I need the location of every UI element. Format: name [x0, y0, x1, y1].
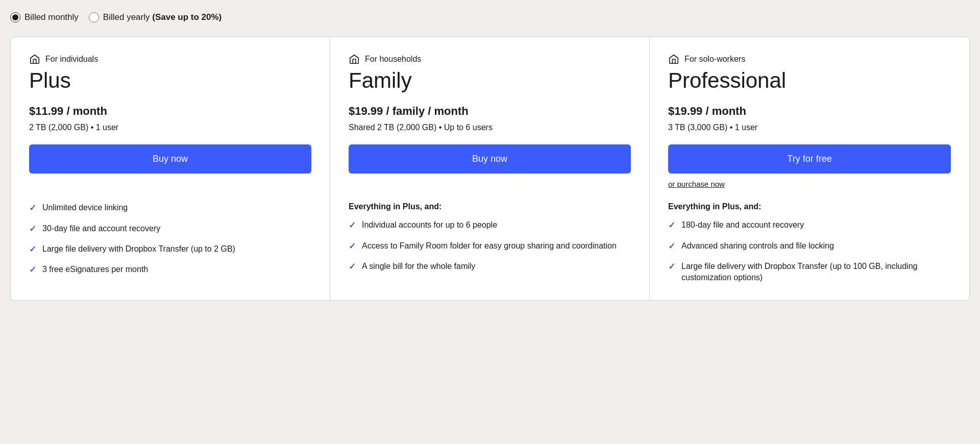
family-purchase-link-container [349, 180, 631, 192]
plus-plan-storage: 2 TB (2,000 GB) • 1 user [29, 123, 311, 132]
check-icon: ✓ [668, 261, 675, 272]
feature-text: Unlimited device linking [42, 202, 128, 213]
plan-card-family: For households Family $19.99 / family / … [330, 37, 650, 300]
professional-purchase-link-container: or purchase now [668, 180, 951, 192]
feature-text: 30-day file and account recovery [42, 223, 160, 234]
list-item: ✓ A single bill for the whole family [349, 261, 631, 272]
family-features-list: ✓ Individual accounts for up to 6 people… [349, 219, 631, 272]
list-item: ✓ 30-day file and account recovery [29, 223, 311, 234]
billing-toggle: Billed monthly Billed yearly (Save up to… [10, 12, 970, 22]
plus-cta-button[interactable]: Buy now [29, 144, 311, 174]
monthly-radio[interactable] [10, 12, 20, 22]
professional-features-list: ✓ 180-day file and account recovery ✓ Ad… [668, 219, 951, 284]
feature-text: 3 free eSignatures per month [42, 264, 148, 275]
list-item: ✓ Unlimited device linking [29, 202, 311, 213]
professional-cta-button[interactable]: Try for free [668, 144, 951, 174]
family-cta-button[interactable]: Buy now [349, 144, 631, 174]
check-icon: ✓ [349, 261, 356, 272]
feature-text: Access to Family Room folder for easy gr… [362, 240, 617, 252]
family-category-label: For households [365, 55, 421, 64]
plus-category: For individuals [29, 54, 311, 65]
family-plan-price: $19.99 / family / month [349, 105, 631, 118]
check-icon: ✓ [349, 241, 356, 252]
family-plan-name: Family [349, 69, 631, 92]
purchase-now-link[interactable]: or purchase now [668, 180, 725, 188]
check-icon: ✓ [668, 241, 675, 252]
home-icon-plus [29, 54, 40, 65]
plus-plan-name: Plus [29, 69, 311, 92]
professional-features-header: Everything in Plus, and: [668, 202, 951, 211]
professional-plan-storage: 3 TB (3,000 GB) • 1 user [668, 123, 951, 132]
check-icon: ✓ [349, 220, 356, 231]
check-icon: ✓ [29, 264, 36, 275]
professional-plan-price: $19.99 / month [668, 105, 951, 118]
list-item: ✓ Individual accounts for up to 6 people [349, 219, 631, 231]
list-item: ✓ Large file delivery with Dropbox Trans… [668, 261, 951, 284]
professional-category-label: For solo-workers [684, 55, 745, 64]
plus-features-list: ✓ Unlimited device linking ✓ 30-day file… [29, 202, 311, 276]
yearly-option[interactable]: Billed yearly (Save up to 20%) [89, 12, 222, 22]
feature-text: Large file delivery with Dropbox Transfe… [42, 243, 235, 255]
yearly-label: Billed yearly (Save up to 20%) [103, 12, 222, 22]
professional-plan-name: Professional [668, 69, 951, 92]
family-features-header: Everything in Plus, and: [349, 202, 631, 211]
plans-container: For individuals Plus $11.99 / month 2 TB… [10, 37, 970, 301]
feature-text: Advanced sharing controls and file locki… [681, 240, 834, 252]
list-item: ✓ 180-day file and account recovery [668, 219, 951, 231]
list-item: ✓ Large file delivery with Dropbox Trans… [29, 243, 311, 255]
check-icon: ✓ [668, 220, 675, 231]
plus-plan-price: $11.99 / month [29, 105, 311, 118]
check-icon: ✓ [29, 224, 36, 234]
plus-category-label: For individuals [45, 55, 98, 64]
professional-category: For solo-workers [668, 54, 951, 65]
home-icon-professional [668, 54, 679, 65]
family-category: For households [349, 54, 631, 65]
home-icon-family [349, 54, 360, 65]
feature-text: Individual accounts for up to 6 people [362, 219, 497, 231]
check-icon: ✓ [29, 203, 36, 213]
list-item: ✓ 3 free eSignatures per month [29, 264, 311, 275]
yearly-radio[interactable] [89, 12, 99, 22]
monthly-option[interactable]: Billed monthly [10, 12, 79, 22]
check-icon: ✓ [29, 244, 36, 255]
list-item: ✓ Access to Family Room folder for easy … [349, 240, 631, 252]
feature-text: A single bill for the whole family [362, 261, 475, 272]
plan-card-plus: For individuals Plus $11.99 / month 2 TB… [11, 37, 330, 300]
feature-text: Large file delivery with Dropbox Transfe… [681, 261, 951, 284]
monthly-label: Billed monthly [24, 12, 79, 22]
plan-card-professional: For solo-workers Professional $19.99 / m… [650, 37, 969, 300]
plus-purchase-link-container [29, 180, 311, 192]
family-plan-storage: Shared 2 TB (2,000 GB) • Up to 6 users [349, 123, 631, 132]
list-item: ✓ Advanced sharing controls and file loc… [668, 240, 951, 252]
feature-text: 180-day file and account recovery [681, 219, 804, 231]
